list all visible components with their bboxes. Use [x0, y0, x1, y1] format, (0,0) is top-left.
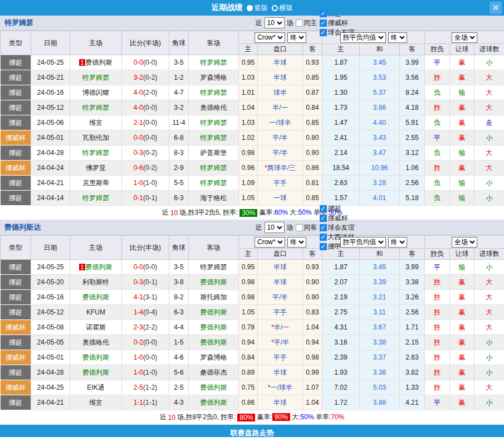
col-date: 日期	[31, 31, 70, 55]
odds-draw-cell: 3.39	[360, 275, 400, 290]
odds-draw-cell: 3.37	[360, 350, 400, 365]
league-filter-checkbox[interactable]	[320, 243, 327, 250]
layout-vertical-radio[interactable]: 竖版	[247, 3, 268, 13]
away-team-name: 罗森博格	[200, 74, 227, 81]
handicap-line-cell: 半/一	[258, 100, 303, 115]
same-venue-label: 同客	[304, 223, 317, 232]
league-filter[interactable]: 挪超	[320, 204, 355, 214]
avg-time-select[interactable]: 终	[388, 237, 407, 248]
half-time-score: (1-0)	[143, 179, 157, 187]
col-let-home: 主	[239, 44, 258, 55]
corners-cell: 2-5	[169, 380, 189, 395]
same-venue-filter[interactable]: 同主	[296, 18, 317, 28]
match-count-select[interactable]: 10	[265, 222, 285, 233]
home-team-cell: 特罗姆瑟	[70, 100, 122, 115]
result-cell: 负	[425, 191, 450, 206]
odds-away-cell: 8.24	[400, 85, 425, 100]
handicap-line: 平/半	[274, 338, 289, 346]
odds-draw-cell: 3.45	[360, 260, 400, 275]
match-date: 24-05-01	[31, 130, 70, 146]
radio-selected-icon[interactable]	[247, 5, 253, 11]
avg-odds-select[interactable]: 胜平负均值	[340, 237, 386, 248]
league-filter-checkbox[interactable]	[320, 20, 327, 27]
match-date: 24-05-01	[31, 350, 70, 365]
layout-horizontal-radio[interactable]: 横版	[272, 3, 293, 13]
odds-draw-cell: 3.43	[360, 130, 400, 146]
odds-draw-cell: 3.28	[360, 176, 400, 191]
goals-result-cell: 大	[474, 380, 504, 395]
radio-unselected-icon[interactable]	[272, 5, 278, 11]
home-team-cell: 利勒斯特	[70, 275, 122, 290]
match-count-select[interactable]: 10	[265, 17, 285, 28]
handicap-line: 平手	[273, 179, 287, 187]
handicap-result-cell: 赢	[450, 70, 474, 85]
home-team-name: 诺霍斯	[86, 323, 106, 331]
close-icon[interactable]: ✕	[490, 2, 502, 14]
away-team-name: 特罗姆瑟	[200, 59, 227, 66]
odds-draw-cell: 3.45	[360, 55, 400, 70]
handicap-away-odds: 0.83	[303, 305, 322, 320]
handicap-line: 一/球半	[269, 119, 291, 127]
handicap-time-select[interactable]: 终	[287, 32, 306, 43]
bookmaker-select[interactable]: Crow*	[255, 32, 285, 43]
result-cell: 负	[425, 85, 450, 100]
handicap-home-odds: 0.98	[239, 290, 258, 305]
league-filter-checkbox[interactable]	[320, 234, 327, 241]
handicap-result-cell: 赢	[450, 335, 474, 350]
match-row: 挪超24-04-28特罗姆瑟0-3(0-2)8-3萨普斯堡0.98平/半0.90…	[1, 146, 504, 161]
league-filter-checkbox[interactable]	[320, 215, 327, 222]
corners-cell: 3-5	[169, 55, 189, 70]
match-row: 挪威杯24-05-01费德列斯1-0(0-0)4-6罗森博格0.84平手0.98…	[1, 350, 504, 365]
match-date: 24-05-12	[31, 305, 70, 320]
odds-away-cell: 2.15	[400, 335, 425, 350]
league-filter-label: 球会友谊	[328, 223, 355, 232]
handicap-away-odds: 0.99	[303, 365, 322, 380]
full-time-score: 4-0	[134, 89, 143, 96]
bookmaker-select[interactable]: Crow*	[255, 237, 285, 248]
league-filter-checkbox[interactable]	[320, 10, 327, 17]
league-filter[interactable]: 挪威杯	[320, 18, 355, 28]
handicap-time-select[interactable]: 终	[287, 237, 306, 248]
handicap-line: 两球半/三	[267, 164, 296, 172]
titlebar: 近期战绩 竖版 横版 ✕	[0, 0, 504, 16]
same-venue-checkbox[interactable]	[296, 20, 303, 27]
col-odds-draw: 和	[360, 44, 400, 55]
same-venue-filter[interactable]: 同客	[296, 223, 317, 232]
score-cell: 0-2(0-0)	[122, 335, 169, 350]
home-team-name: 特罗姆瑟	[82, 194, 109, 202]
handicap-line: 半球	[273, 263, 287, 271]
league-filter-checkbox[interactable]	[320, 29, 327, 36]
odds-draw-cell: 3.86	[360, 100, 400, 115]
goals-result-cell: 大	[474, 70, 504, 85]
half-time-score: (0-2)	[143, 149, 157, 157]
league-type-cell: 挪超	[1, 395, 31, 410]
home-team-cell: 1费德列斯	[70, 260, 122, 275]
handicap-home-odds: 0.84	[239, 350, 258, 365]
results-table: 类型 日期 主场 比分(半场) 角球 客场 Crow*终 胜平负均值终 全场	[0, 31, 504, 206]
league-filter[interactable]: 球会友谊	[320, 223, 355, 232]
score-cell: 1-0(0-0)	[122, 350, 169, 365]
full-time-score: 0-2	[134, 338, 143, 346]
league-filter-checkbox[interactable]	[320, 224, 327, 231]
same-venue-checkbox[interactable]	[296, 224, 303, 231]
away-team-name: 费德列斯	[200, 308, 227, 316]
scope-select[interactable]: 全场	[452, 237, 477, 248]
avg-odds-select[interactable]: 胜平负均值	[340, 32, 386, 43]
scope-select[interactable]: 全场	[452, 32, 477, 43]
col-odds-away: 客	[400, 44, 425, 55]
avg-time-select[interactable]: 终	[388, 32, 407, 43]
league-filter[interactable]: 挪威杯	[320, 214, 355, 223]
handicap-result-cell: 输	[450, 85, 474, 100]
match-row: 挪超24-04-21维京1-1(1-1)4-3费德列斯0.86半球1.041.7…	[1, 395, 504, 410]
footer-link-league-trend[interactable]: 联赛盘路走势	[0, 425, 504, 437]
section-header: 费德列斯达 近 10 场 同客 挪超挪威杯球会友谊大西洋杯挪甲	[0, 220, 504, 235]
team-name: 费德列斯达	[0, 222, 106, 232]
result-cell: 胜	[425, 275, 450, 290]
full-time-score: 2-5	[134, 384, 143, 391]
handicap-away-odds: 0.87	[303, 85, 322, 100]
league-filter-checkbox[interactable]	[320, 205, 327, 212]
corners-cell: 3-5	[169, 260, 189, 275]
goals-result-cell: 小	[474, 260, 504, 275]
home-team-name: 费德列斯	[82, 369, 109, 376]
goals-result-cell: 小	[474, 365, 504, 380]
